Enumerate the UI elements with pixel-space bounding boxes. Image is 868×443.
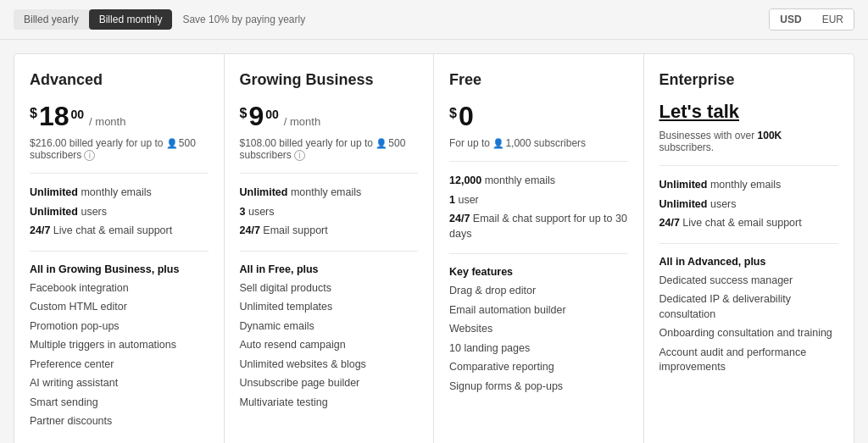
advanced-feature-2: Unlimited users	[30, 205, 209, 220]
advanced-extra-0: Facebook integration	[30, 281, 209, 296]
advanced-extra-5: AI writing assistant	[30, 376, 209, 391]
free-for-up: For up to 👤1,000 subscribers	[449, 137, 628, 149]
free-extra-0: Drag & drop editor	[449, 284, 628, 299]
advanced-price-row: $ 18 00 / month	[30, 101, 209, 132]
currency-usd-button[interactable]: USD	[770, 9, 811, 30]
free-price-whole: 0	[459, 101, 474, 132]
advanced-feature-1: Unlimited monthly emails	[30, 186, 209, 201]
advanced-price-cents: 00	[71, 108, 85, 121]
growing-price-cents: 00	[265, 108, 279, 121]
free-plan-name: Free	[449, 71, 628, 89]
free-price-symbol: $	[449, 106, 457, 121]
growing-extra-5: Unsubscribe page builder	[240, 376, 419, 391]
growing-extra-1: Unlimited templates	[240, 300, 419, 315]
free-extra-3: 10 landing pages	[449, 341, 628, 357]
growing-extra-2: Dynamic emails	[240, 319, 419, 335]
plans-container: Advanced $ 18 00 / month $216.00 billed …	[14, 53, 854, 443]
free-price-row: $ 0	[449, 101, 628, 132]
advanced-price-period: / month	[89, 115, 125, 128]
currency-eur-button[interactable]: EUR	[812, 9, 854, 30]
enterprise-cta[interactable]: Let's talk	[659, 101, 839, 123]
growing-feature-2: 3 users	[240, 205, 419, 220]
enterprise-feature-3: 24/7 Live chat & email support	[659, 216, 839, 231]
plan-enterprise: Enterprise Let's talk Businesses with ov…	[644, 54, 854, 443]
growing-price-symbol: $	[240, 106, 248, 121]
free-feature-2: 1 user	[449, 193, 628, 208]
advanced-plan-name: Advanced	[30, 71, 209, 89]
plan-advanced: Advanced $ 18 00 / month $216.00 billed …	[14, 54, 225, 443]
enterprise-feature-2: Unlimited users	[659, 197, 839, 213]
free-section-header: Key features	[449, 266, 628, 278]
growing-price-whole: 9	[248, 101, 264, 132]
enterprise-section-header: All in Advanced, plus	[659, 256, 839, 268]
currency-toggle: USD EUR	[769, 8, 854, 30]
free-extra-1: Email automation builder	[449, 303, 628, 318]
enterprise-feature-1: Unlimited monthly emails	[659, 178, 839, 193]
billing-toggle: Billed yearly Billed monthly	[14, 9, 172, 30]
growing-price-annual: $108.00 billed yearly for up to 👤500 sub…	[240, 137, 419, 161]
enterprise-extra-0: Dedicated success manager	[659, 274, 839, 289]
billing-yearly-button[interactable]: Billed yearly	[14, 9, 89, 30]
advanced-info-icon[interactable]: i	[84, 150, 95, 161]
enterprise-extra-1: Dedicated IP & deliverability consultati…	[659, 292, 839, 322]
advanced-extra-2: Promotion pop-ups	[30, 319, 209, 335]
plan-free: Free $ 0 For up to 👤1,000 subscribers 12…	[434, 54, 644, 443]
growing-price-row: $ 9 00 / month	[240, 101, 419, 132]
growing-feature-3: 24/7 Email support	[240, 224, 419, 239]
free-feature-3: 24/7 Email & chat support for up to 30 d…	[449, 212, 628, 241]
free-feature-1: 12,000 monthly emails	[449, 174, 628, 189]
enterprise-desc: Businesses with over 100K subscribers.	[659, 130, 839, 153]
advanced-extra-3: Multiple triggers in automations	[30, 338, 209, 353]
growing-price-period: / month	[284, 115, 320, 128]
advanced-extra-6: Smart sending	[30, 396, 209, 411]
enterprise-plan-name: Enterprise	[659, 71, 839, 89]
growing-extra-4: Unlimited websites & blogs	[240, 357, 419, 373]
advanced-extra-7: Partner discounts	[30, 414, 209, 429]
advanced-price-symbol: $	[30, 106, 37, 121]
growing-info-icon[interactable]: i	[294, 150, 305, 161]
enterprise-extra-2: Onboarding consultation and training	[659, 326, 839, 341]
growing-plan-name: Growing Business	[240, 71, 419, 89]
advanced-price-annual: $216.00 billed yearly for up to 👤500 sub…	[30, 137, 209, 161]
plan-growing: Growing Business $ 9 00 / month $108.00 …	[225, 54, 435, 443]
free-extra-5: Signup forms & pop-ups	[449, 379, 628, 395]
free-extra-2: Websites	[449, 322, 628, 337]
growing-extra-3: Auto resend campaign	[240, 338, 419, 353]
advanced-price-whole: 18	[39, 101, 70, 132]
top-bar: Billed yearly Billed monthly Save 10% by…	[0, 0, 868, 40]
growing-feature-1: Unlimited monthly emails	[240, 186, 419, 201]
advanced-extra-1: Custom HTML editor	[30, 300, 209, 315]
growing-section-header: All in Free, plus	[240, 263, 419, 275]
advanced-extra-4: Preference center	[30, 357, 209, 373]
save-text: Save 10% by paying yearly	[182, 14, 305, 25]
advanced-section-header: All in Growing Business, plus	[30, 263, 209, 275]
growing-extra-0: Sell digital products	[240, 281, 419, 296]
billing-monthly-button[interactable]: Billed monthly	[89, 9, 173, 30]
free-extra-4: Comparative reporting	[449, 360, 628, 375]
advanced-feature-3: 24/7 Live chat & email support	[30, 224, 209, 239]
enterprise-extra-3: Account audit and performance improvemen…	[659, 346, 839, 375]
growing-extra-6: Multivariate testing	[240, 396, 419, 411]
